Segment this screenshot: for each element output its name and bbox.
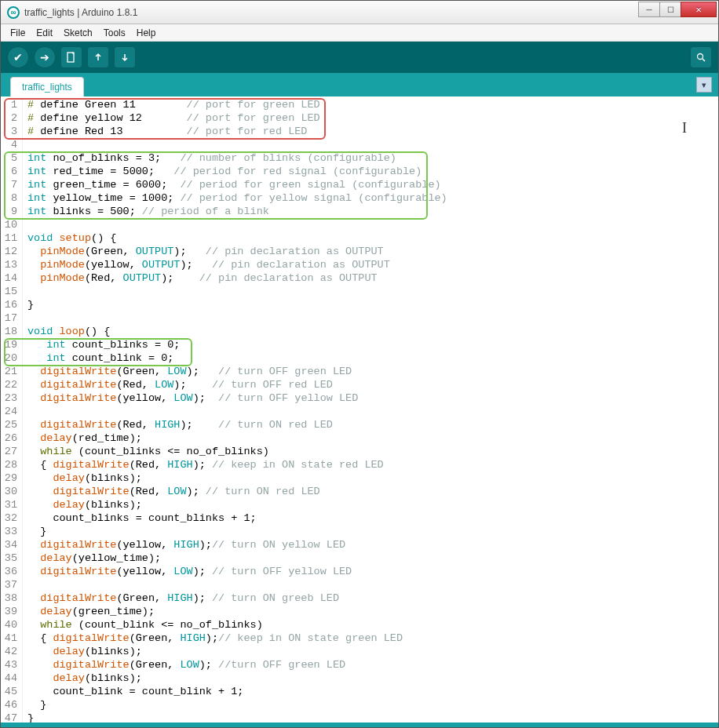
open-sketch-button[interactable] [87, 46, 109, 68]
code-line[interactable]: # define yellow 12 // port for green LED [27, 111, 718, 125]
code-line[interactable]: digitalWrite(Red, LOW); // turn OFF red … [27, 378, 718, 391]
menu-sketch[interactable]: Sketch [59, 26, 97, 40]
minimize-button[interactable]: ─ [638, 2, 660, 17]
code-line[interactable]: digitalWrite(Green, LOW); //turn OFF gre… [27, 658, 718, 672]
status-bar [1, 723, 718, 727]
code-content[interactable]: I # define Green 11 // port for green LE… [23, 98, 718, 723]
code-line[interactable]: } [27, 698, 718, 712]
window-title: traffic_lights | Arduino 1.8.1 [24, 7, 639, 18]
code-line[interactable]: digitalWrite(yellow, LOW); // turn OFF y… [27, 565, 718, 578]
code-line[interactable]: void loop() { [27, 325, 718, 338]
code-line[interactable] [27, 218, 718, 231]
menu-bar: File Edit Sketch Tools Help [1, 24, 718, 42]
save-sketch-button[interactable] [114, 46, 136, 68]
menu-tools[interactable]: Tools [99, 26, 130, 40]
code-line[interactable]: { digitalWrite(Red, HIGH); // keep in ON… [27, 458, 718, 471]
text-cursor-icon: I [682, 122, 687, 135]
new-sketch-button[interactable] [60, 46, 82, 68]
upload-button[interactable]: ➔ [34, 46, 56, 68]
serial-monitor-button[interactable] [690, 46, 712, 68]
code-line[interactable]: digitalWrite(Red, HIGH); // turn ON red … [27, 418, 718, 431]
menu-file[interactable]: File [5, 26, 30, 40]
code-line[interactable]: delay(blinks); [27, 498, 718, 511]
code-line[interactable]: void setup() { [27, 231, 718, 245]
code-line[interactable]: int count_blinks = 0; [27, 338, 718, 351]
svg-point-1 [698, 54, 703, 60]
code-line[interactable] [27, 311, 718, 325]
toolbar: ✔ ➔ [1, 42, 718, 73]
code-line[interactable] [27, 285, 718, 298]
code-line[interactable]: int no_of_blinks = 3; // number of blink… [27, 151, 718, 165]
code-line[interactable]: pinMode(Red, OUTPUT); // pin declaration… [27, 271, 718, 285]
code-line[interactable] [27, 138, 718, 151]
code-line[interactable]: while (count_blinks <= no_of_blinks) [27, 445, 718, 458]
arduino-app-icon [7, 6, 20, 19]
code-editor[interactable]: 1234567891011121314151617181920212223242… [1, 96, 718, 723]
code-line[interactable]: digitalWrite(Green, LOW); // turn OFF gr… [27, 365, 718, 378]
code-line[interactable]: delay(blinks); [27, 471, 718, 485]
code-line[interactable]: pinMode(Green, OUTPUT); // pin declarati… [27, 245, 718, 258]
code-line[interactable]: digitalWrite(yellow, LOW); // turn OFF y… [27, 391, 718, 405]
code-line[interactable] [27, 578, 718, 592]
code-line[interactable]: delay(blinks); [27, 645, 718, 658]
code-line[interactable]: delay(red_time); [27, 431, 718, 445]
tab-traffic-lights[interactable]: traffic_lights [10, 77, 84, 96]
verify-button[interactable]: ✔ [7, 46, 29, 68]
code-line[interactable]: int blinks = 500; // period of a blink [27, 205, 718, 218]
code-line[interactable]: while (count_blink <= no_of_blinks) [27, 618, 718, 632]
tab-bar: traffic_lights ▾ [1, 73, 718, 96]
code-line[interactable]: count_blinks = count_blinks + 1; [27, 511, 718, 525]
window-controls: ─ ☐ ✕ [639, 2, 717, 17]
code-line[interactable]: int yellow_time = 1000; // period for ye… [27, 191, 718, 205]
code-line[interactable]: } [27, 712, 718, 723]
code-line[interactable]: int green_time = 6000; // period for gre… [27, 178, 718, 191]
code-line[interactable]: delay(yellow_time); [27, 551, 718, 565]
code-line[interactable]: int red_time = 5000; // period for red s… [27, 165, 718, 178]
code-line[interactable]: digitalWrite(Green, HIGH); // turn ON gr… [27, 592, 718, 605]
code-line[interactable]: { digitalWrite(Green, HIGH);// keep in O… [27, 632, 718, 645]
code-line[interactable]: digitalWrite(yellow, HIGH);// turn ON ye… [27, 538, 718, 551]
svg-rect-0 [68, 53, 74, 62]
code-line[interactable]: int count_blink = 0; [27, 351, 718, 365]
svg-line-2 [703, 59, 705, 61]
code-line[interactable]: delay(blinks); [27, 672, 718, 685]
code-line[interactable]: # define Green 11 // port for green LED [27, 98, 718, 111]
code-line[interactable]: pinMode(yellow, OUTPUT); // pin declarat… [27, 258, 718, 271]
code-line[interactable] [27, 405, 718, 418]
maximize-button[interactable]: ☐ [659, 2, 681, 17]
line-number-gutter: 1234567891011121314151617181920212223242… [1, 98, 23, 723]
close-button[interactable]: ✕ [681, 2, 717, 17]
menu-help[interactable]: Help [132, 26, 161, 40]
code-line[interactable]: delay(green_time); [27, 605, 718, 618]
code-line[interactable]: # define Red 13 // port for red LED [27, 125, 718, 138]
code-line[interactable]: } [27, 525, 718, 538]
code-line[interactable]: digitalWrite(Red, LOW); // turn ON red L… [27, 485, 718, 498]
tab-dropdown-button[interactable]: ▾ [696, 77, 712, 93]
code-line[interactable]: count_blink = count_blink + 1; [27, 685, 718, 698]
window-titlebar: traffic_lights | Arduino 1.8.1 ─ ☐ ✕ [1, 1, 718, 24]
menu-edit[interactable]: Edit [31, 26, 57, 40]
code-line[interactable]: } [27, 298, 718, 311]
